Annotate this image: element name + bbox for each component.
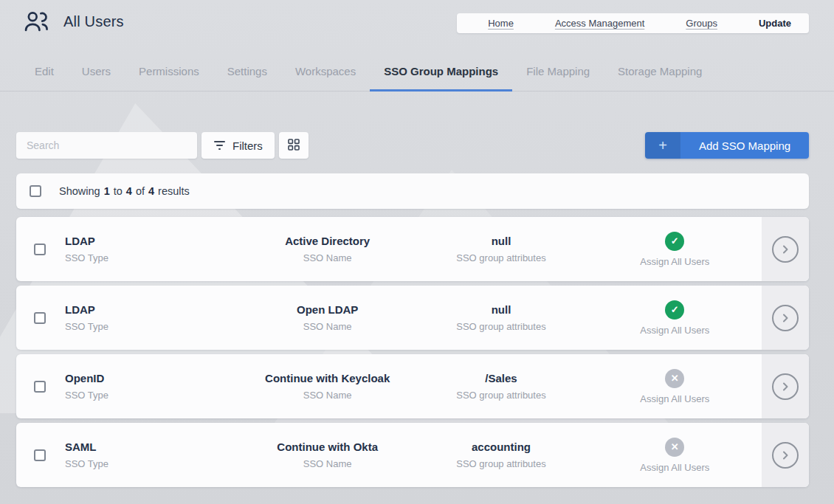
table-row: LDAP SSO Type Open LDAP SSO Name null SS… [16,286,809,350]
table-row: OpenID SSO Type Continue with Keycloak S… [16,354,809,418]
plus-icon: + [645,132,680,159]
sso-name-value: Continue with Keycloak [265,372,390,384]
breadcrumb-access-management[interactable]: Access Management [534,18,665,29]
tab-users[interactable]: Users [68,59,125,92]
grid-icon [287,138,300,153]
sso-attr-label: SSO group attributes [456,321,545,332]
sso-type-value: LDAP [65,235,95,247]
sso-attr-label: SSO group attributes [456,390,545,401]
search-input[interactable] [16,132,197,159]
assign-status-icon: ✓✕ [665,300,684,320]
sso-name-label: SSO Name [303,252,352,263]
results-header: Showing 1 to 4 of 4 results [16,173,809,209]
add-sso-mapping-button[interactable]: + Add SSO Mapping [645,132,809,159]
sso-name-label: SSO Name [303,321,352,332]
row-expand-button[interactable] [762,423,809,487]
breadcrumb-update: Update [738,18,799,29]
row-expand-button[interactable] [762,354,809,418]
filters-label: Filters [232,139,263,152]
chevron-right-icon [772,236,799,263]
assign-status-icon: ✓✕ [665,369,684,388]
row-checkbox[interactable] [34,244,46,255]
sso-type-label: SSO Type [65,458,108,469]
sso-type-value: OpenID [65,372,104,384]
add-sso-mapping-label: Add SSO Mapping [680,132,809,159]
chevron-right-icon [772,442,799,469]
sso-name-label: SSO Name [303,390,352,401]
sso-name-value: Continue with Okta [277,441,378,453]
sso-attr-label: SSO group attributes [456,458,545,469]
app-header: All Users Home Access Management Groups … [0,0,834,40]
sso-type-label: SSO Type [65,321,108,332]
assign-label: Assign All Users [640,393,709,404]
select-all-checkbox[interactable] [30,185,41,197]
assign-status-icon: ✓✕ [665,232,684,251]
row-expand-button[interactable] [762,286,809,350]
row-checkbox[interactable] [34,449,46,461]
tab-permissions[interactable]: Permissions [125,59,213,92]
sso-name-label: SSO Name [303,458,352,469]
sso-type-label: SSO Type [65,252,108,263]
toolbar: Filters + Add SSO Mapping [0,92,834,159]
sso-attr-label: SSO group attributes [456,252,545,263]
table-row: LDAP SSO Type Active Directory SSO Name … [16,217,809,281]
chevron-right-icon [772,305,799,331]
users-icon [22,7,50,35]
assign-label: Assign All Users [640,256,709,267]
tab-sso-group-mappings[interactable]: SSO Group Mappings [370,59,512,92]
grid-view-button[interactable] [279,132,309,159]
assign-label: Assign All Users [640,462,709,473]
sso-attr-value: accounting [472,441,531,453]
assign-status-icon: ✓✕ [665,438,684,457]
breadcrumb-home[interactable]: Home [467,18,534,29]
sso-attr-value: null [492,235,511,247]
breadcrumb-groups[interactable]: Groups [665,18,738,29]
sso-type-label: SSO Type [65,390,108,401]
tab-workspaces[interactable]: Workspaces [281,59,370,92]
chevron-right-icon [772,373,799,400]
assign-label: Assign All Users [640,325,709,336]
tab-file-mapping[interactable]: File Mapping [512,59,604,92]
sso-type-value: SAML [65,441,97,453]
sso-name-value: Open LDAP [297,303,358,316]
sso-mapping-list: Showing 1 to 4 of 4 results LDAP SSO Typ… [0,159,834,487]
row-checkbox[interactable] [34,312,46,324]
results-count: Showing 1 to 4 of 4 results [59,185,190,197]
table-row: SAML SSO Type Continue with Okta SSO Nam… [16,423,809,487]
sso-type-value: LDAP [65,303,95,316]
filters-button[interactable]: Filters [201,132,275,159]
sso-name-value: Active Directory [285,235,370,247]
row-expand-button[interactable] [762,217,809,281]
tab-storage-mapping[interactable]: Storage Mapping [604,59,716,92]
row-checkbox[interactable] [34,381,46,393]
page-title: All Users [63,13,124,30]
sso-attr-value: /Sales [485,372,517,384]
filter-icon [213,141,225,150]
tab-settings[interactable]: Settings [213,59,281,92]
tab-bar: Edit Users Permissions Settings Workspac… [0,40,834,92]
sso-attr-value: null [492,303,511,316]
tab-edit[interactable]: Edit [21,59,68,92]
breadcrumb: Home Access Management Groups Update [457,13,809,33]
